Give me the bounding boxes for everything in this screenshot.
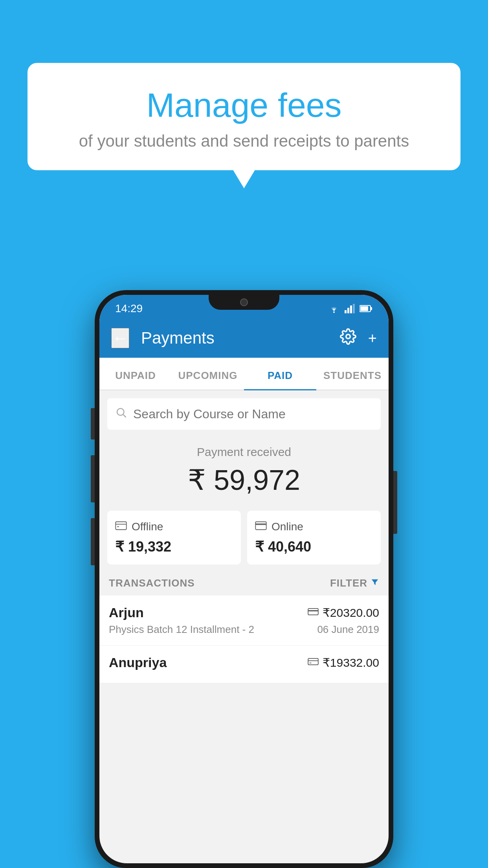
card-payment-icon xyxy=(308,607,319,619)
side-btn-left xyxy=(91,408,95,440)
table-row[interactable]: Arjun ₹20320.00 Physics xyxy=(99,596,389,645)
status-time: 14:29 xyxy=(115,302,143,315)
transactions-label: TRANSACTIONS xyxy=(109,577,195,589)
speech-bubble-container: Manage fees of your students and send re… xyxy=(28,63,460,170)
payment-cards: Offline ₹ 19,332 xyxy=(99,504,389,571)
online-card-amount: ₹ 40,640 xyxy=(255,539,311,555)
filter-icon xyxy=(371,578,379,589)
svg-rect-19 xyxy=(308,658,318,665)
search-container xyxy=(107,398,381,430)
online-card-top: Online xyxy=(255,520,303,533)
transaction-amount: ₹20320.00 xyxy=(323,606,379,620)
transaction-date: 06 June 2019 xyxy=(317,623,379,636)
offline-card-label: Offline xyxy=(132,520,163,533)
side-btn-left3 xyxy=(91,518,95,565)
transactions-header: TRANSACTIONS FILTER xyxy=(99,571,389,596)
content-area: Payment received ₹ 59,972 xyxy=(99,390,389,683)
filter-button[interactable]: FILTER xyxy=(330,577,379,589)
signal-icon xyxy=(345,304,355,313)
back-button[interactable]: ← xyxy=(111,328,129,348)
tab-unpaid[interactable]: UNPAID xyxy=(99,358,172,390)
table-row[interactable]: Anupriya ₹19332.00 xyxy=(99,645,389,683)
phone-notch xyxy=(209,295,279,310)
settings-button[interactable] xyxy=(340,328,356,348)
online-card: Online ₹ 40,640 xyxy=(247,511,381,565)
offline-card-icon xyxy=(115,520,127,533)
offline-card-amount: ₹ 19,332 xyxy=(115,539,171,555)
tab-students[interactable]: STUDENTS xyxy=(316,358,389,390)
phone-outer: 14:29 xyxy=(95,290,393,868)
transaction-row-top: Anupriya ₹19332.00 xyxy=(109,655,379,670)
transaction-name: Anupriya xyxy=(109,655,167,670)
svg-rect-1 xyxy=(345,310,347,313)
phone-wrapper: 14:29 xyxy=(95,290,393,868)
speech-bubble: Manage fees of your students and send re… xyxy=(28,63,460,170)
bubble-subtitle: of your students and send receipts to pa… xyxy=(47,132,441,151)
svg-point-8 xyxy=(346,334,350,338)
transaction-amount-wrap: ₹19332.00 xyxy=(308,656,379,669)
svg-rect-6 xyxy=(360,306,368,311)
camera xyxy=(240,298,248,306)
payment-received-section: Payment received ₹ 59,972 xyxy=(99,430,389,504)
offline-payment-icon xyxy=(308,657,319,669)
app-title: Payments xyxy=(141,329,332,348)
wifi-icon xyxy=(328,304,340,313)
side-btn-left2 xyxy=(91,455,95,502)
svg-rect-7 xyxy=(371,307,372,310)
transaction-row-bottom: Physics Batch 12 Installment - 2 06 June… xyxy=(109,623,379,636)
online-card-label: Online xyxy=(272,520,303,533)
transaction-row-top: Arjun ₹20320.00 xyxy=(109,605,379,620)
phone-screen: 14:29 xyxy=(99,295,389,863)
side-btn-right xyxy=(393,471,397,534)
battery-icon xyxy=(360,305,373,313)
svg-line-10 xyxy=(123,415,126,417)
tabs-bar: UNPAID UPCOMING PAID STUDENTS xyxy=(99,358,389,390)
status-icons xyxy=(328,304,373,313)
svg-rect-17 xyxy=(308,609,318,615)
filter-label: FILTER xyxy=(330,577,367,589)
transaction-amount: ₹19332.00 xyxy=(323,656,379,669)
transaction-amount-wrap: ₹20320.00 xyxy=(308,606,379,620)
payment-amount: ₹ 59,972 xyxy=(107,463,381,497)
svg-rect-14 xyxy=(255,522,266,530)
svg-rect-4 xyxy=(353,304,355,313)
transaction-course: Physics Batch 12 Installment - 2 xyxy=(109,623,254,636)
svg-rect-3 xyxy=(350,305,352,313)
svg-marker-16 xyxy=(372,579,378,585)
app-bar: ← Payments + xyxy=(99,318,389,358)
svg-rect-11 xyxy=(116,522,127,530)
svg-point-9 xyxy=(117,408,124,416)
offline-card-top: Offline xyxy=(115,520,163,533)
tab-upcoming[interactable]: UPCOMING xyxy=(172,358,244,390)
add-button[interactable]: + xyxy=(368,330,377,347)
transaction-name: Arjun xyxy=(109,605,144,620)
offline-card: Offline ₹ 19,332 xyxy=(107,511,241,565)
gear-icon xyxy=(340,328,356,345)
online-card-icon xyxy=(255,520,267,533)
app-bar-icons: + xyxy=(340,328,377,348)
svg-rect-2 xyxy=(347,308,349,313)
payment-label: Payment received xyxy=(107,445,381,459)
bubble-title: Manage fees xyxy=(47,86,441,124)
svg-point-0 xyxy=(333,311,335,313)
search-icon xyxy=(115,406,127,421)
search-input[interactable] xyxy=(133,407,373,421)
tab-paid[interactable]: PAID xyxy=(244,358,316,390)
